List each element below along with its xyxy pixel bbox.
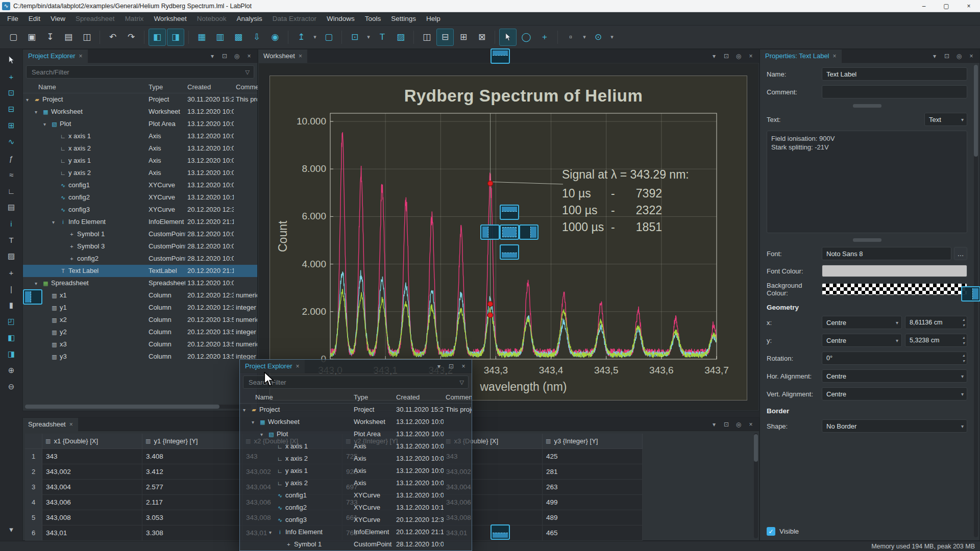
zoom-mode[interactable]: +: [536, 29, 553, 46]
add-text-label-tool[interactable]: T: [4, 233, 18, 247]
rotation-spinbox[interactable]: 0° ▴▾: [822, 352, 967, 365]
scrollbar-thumb[interactable]: [25, 405, 219, 409]
toggle-project-explorer[interactable]: ◧: [149, 29, 166, 46]
tab-close-icon[interactable]: ×: [296, 363, 299, 370]
dock-indicator-right[interactable]: [519, 224, 538, 240]
info-element-label[interactable]: Signal at λ = 343.29 nm:10 µs-7392100 µs…: [562, 168, 705, 236]
name-field[interactable]: [822, 67, 967, 81]
menu-worksheet[interactable]: Worksheet: [149, 15, 191, 22]
select-mode[interactable]: [499, 29, 517, 46]
dock-close-icon[interactable]: ×: [459, 363, 468, 370]
magnification-options[interactable]: ▾: [608, 29, 616, 46]
dock-indicator-outer-bottom[interactable]: [491, 524, 510, 540]
column-header-created[interactable]: Created: [396, 391, 420, 404]
magnification-tool[interactable]: ⊙: [590, 29, 607, 46]
zoom-y-select-tool[interactable]: ⊞: [4, 118, 18, 133]
table-cell[interactable]: 489: [543, 510, 643, 525]
new-project[interactable]: ▢: [5, 29, 22, 46]
tab-project-explorer-floating[interactable]: Project Explorer ×: [240, 360, 305, 373]
more-tools[interactable]: ▾: [4, 522, 18, 537]
maximize-button[interactable]: ▢: [935, 0, 958, 12]
expander-open-icon[interactable]: ▾: [52, 216, 59, 228]
filter-icon[interactable]: ▽: [246, 69, 250, 76]
pin-icon[interactable]: ◎: [233, 53, 241, 60]
horizontal-layout[interactable]: ⊟: [436, 29, 454, 46]
tree-row-symbol-1[interactable]: +Symbol 1CustomPoint28.12.2020 10:06: [240, 538, 472, 550]
tree-row-config2[interactable]: +config2CustomPoint28.12.2020 10:06: [23, 253, 257, 265]
menu-edit[interactable]: Edit: [23, 15, 45, 22]
menu-data-extractor[interactable]: Data Extractor: [267, 15, 322, 22]
tree-row-y-axis-1[interactable]: ∟y axis 1Axis13.12.2020 10:01: [240, 465, 472, 477]
tree-row-y3[interactable]: ▥y3Column20.12.2020 13:56integer da: [23, 350, 257, 363]
expander-open-icon[interactable]: ▾: [243, 404, 250, 416]
toggle-properties-explorer[interactable]: ◨: [167, 29, 184, 46]
tree-row-config1[interactable]: ∿config1XYCurve13.12.2020 10:09: [240, 489, 472, 502]
splitter-handle[interactable]: [853, 104, 881, 108]
dock-indicator-outer-left[interactable]: [23, 289, 42, 305]
add-image-tool[interactable]: ▨: [4, 249, 18, 263]
tree-row-project[interactable]: ▾▰ProjectProject30.11.2020 15:23This pro…: [240, 404, 472, 416]
tree-row-y-axis-2[interactable]: ∟y axis 2Axis13.12.2020 10:01: [240, 477, 472, 489]
redo[interactable]: ↷: [122, 29, 140, 46]
pin-icon[interactable]: ◎: [955, 53, 963, 60]
tree-row-info-element[interactable]: ▾iInfo ElementInfoElement20.12.2020 21:1…: [23, 216, 257, 228]
tab-close-icon[interactable]: ×: [833, 53, 837, 60]
float-icon[interactable]: ⊡: [943, 53, 951, 60]
dock-close-icon[interactable]: ×: [747, 421, 755, 428]
tree-row-plot[interactable]: ▾▧PlotPlot Area13.12.2020 10:01: [23, 118, 257, 130]
tree-row-project[interactable]: ▾▰ProjectProject30.11.2020 15:23This pro…: [23, 93, 257, 106]
float-icon[interactable]: ⊡: [220, 53, 229, 60]
add-curve-tool[interactable]: ∿: [4, 135, 18, 149]
table-cell[interactable]: 343: [42, 449, 142, 464]
tree-row-x2[interactable]: ▥x2Column20.12.2020 13:55numerical: [23, 314, 257, 326]
tree-row-config2[interactable]: ∿config2XYCurve13.12.2020 10:11: [240, 502, 472, 514]
table-cell[interactable]: 343,002: [42, 464, 142, 480]
tree-row-config3[interactable]: ∿config3XYCurve20.12.2020 12:39: [240, 514, 472, 526]
table-cell[interactable]: 281: [543, 464, 643, 480]
table-cell[interactable]: 2.117: [142, 495, 242, 510]
menu-settings[interactable]: Settings: [386, 15, 421, 22]
menu-analysis[interactable]: Analysis: [231, 15, 267, 22]
background-colour-swatch[interactable]: [822, 283, 967, 295]
add-reference-range-tool[interactable]: ▮: [4, 298, 18, 312]
tree-row-x-axis-2[interactable]: ∟x axis 2Axis13.12.2020 10:01: [23, 142, 257, 155]
float-icon[interactable]: ⊡: [722, 421, 730, 428]
close-button[interactable]: ×: [958, 0, 980, 12]
open-project[interactable]: ▣: [23, 29, 40, 46]
tree-row-symbol-3[interactable]: +Symbol 3CustomPoint28.12.2020 10:06: [23, 240, 257, 253]
menu-file[interactable]: File: [2, 15, 23, 22]
tree-row-spreadsheet[interactable]: ▾▦SpreadsheetSpreadsheet13.12.2020 10:08: [23, 277, 257, 289]
dock-indicator-bottom[interactable]: [500, 244, 519, 260]
table-cell[interactable]: 343,01: [42, 525, 142, 541]
dock-close-icon[interactable]: ×: [967, 53, 975, 60]
tree-row-worksheet[interactable]: ▾▦WorksheetWorksheet13.12.2020 10:01: [23, 106, 257, 118]
add-legend-tool[interactable]: ▤: [4, 200, 18, 214]
dock-close-icon[interactable]: ×: [245, 53, 253, 60]
custom-point-marker[interactable]: [488, 302, 493, 307]
vert-alignment-select[interactable]: Centre ▾: [822, 387, 967, 400]
auto-scale-y-tool[interactable]: ◨: [4, 347, 18, 361]
add-info-element-tool[interactable]: i: [4, 216, 18, 231]
table-cell[interactable]: 263: [543, 480, 643, 495]
menu-notebook[interactable]: Notebook: [192, 15, 232, 22]
search-input[interactable]: [31, 68, 246, 77]
zoom-select[interactable]: ⊡: [346, 29, 363, 46]
horizontal-scrollbar[interactable]: [25, 405, 251, 409]
search-input[interactable]: [248, 378, 460, 387]
tree-row-x-axis-1[interactable]: ∟x axis 1Axis13.12.2020 10:01: [240, 440, 472, 453]
expander-open-icon[interactable]: ▾: [269, 527, 276, 538]
expander-open-icon[interactable]: ▾: [260, 429, 267, 440]
dock-close-icon[interactable]: ×: [747, 53, 755, 60]
selection-options[interactable]: ▾: [580, 29, 589, 46]
add-equation-curve-tool[interactable]: ƒ: [4, 151, 18, 165]
table-cell[interactable]: 343,008: [42, 510, 142, 525]
auto-scale-tool[interactable]: ◰: [4, 314, 18, 329]
tree-row-y1[interactable]: ▥y1Column20.12.2020 12:39integer da: [23, 302, 257, 314]
spin-arrows-icon[interactable]: ▴▾: [963, 317, 965, 328]
dock-indicator-outer-right[interactable]: [961, 286, 980, 302]
menu-spreadsheet[interactable]: Spreadsheet: [70, 15, 120, 22]
new-workbook[interactable]: ▦: [193, 29, 210, 46]
vertical-layout[interactable]: ◫: [418, 29, 435, 46]
add-analysis-curve-tool[interactable]: ≈: [4, 167, 18, 182]
hor-alignment-select[interactable]: Centre ▾: [822, 369, 967, 383]
